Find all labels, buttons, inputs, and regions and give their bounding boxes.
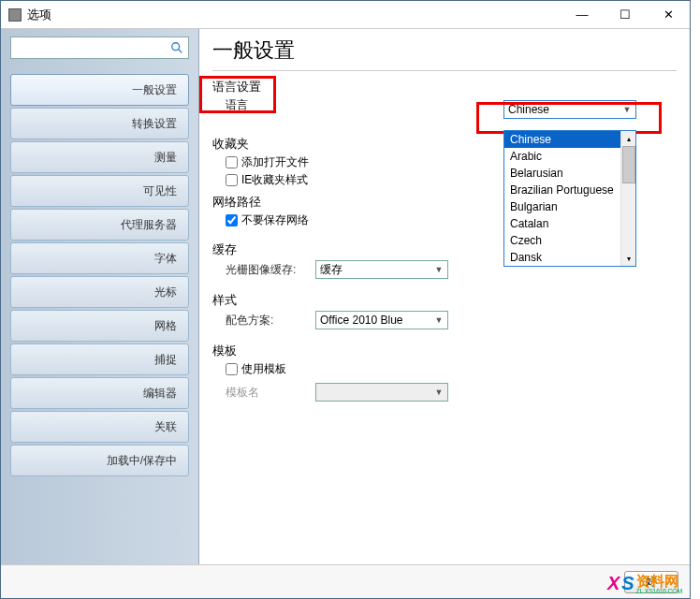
body: 一般设置 转换设置 测量 可见性 代理服务器 字体 光标 网格 捕捉 编辑器 关… bbox=[1, 29, 690, 564]
section-template-legend: 模板 bbox=[212, 343, 677, 359]
nav-snap[interactable]: 捕捉 bbox=[10, 343, 189, 375]
ok-button[interactable]: 好 bbox=[624, 571, 678, 593]
app-icon bbox=[8, 8, 22, 22]
nav-label: 转换设置 bbox=[132, 116, 177, 132]
scroll-up-icon[interactable]: ▴ bbox=[621, 131, 635, 146]
nav-measure[interactable]: 测量 bbox=[10, 141, 189, 173]
chevron-down-icon: ▼ bbox=[434, 265, 444, 274]
template-name-label: 模板名 bbox=[212, 385, 306, 401]
nav-loadsave[interactable]: 加载中/保存中 bbox=[10, 445, 189, 476]
nav-label: 代理服务器 bbox=[121, 217, 177, 233]
search-box[interactable] bbox=[10, 37, 189, 59]
nav-label: 网格 bbox=[154, 318, 177, 334]
chk-no-save-network-label: 不要保存网络 bbox=[241, 212, 309, 228]
style-label: 配色方案: bbox=[212, 313, 306, 329]
dropdown-option-brazilian-portuguese[interactable]: Brazilian Portuguese bbox=[504, 182, 635, 198]
nav-grid[interactable]: 网格 bbox=[10, 310, 189, 342]
chk-use-template-label: 使用模板 bbox=[241, 361, 286, 377]
nav-label: 加载中/保存中 bbox=[107, 453, 177, 469]
window-controls: — ☐ ✕ bbox=[561, 1, 690, 29]
nav-cursor[interactable]: 光标 bbox=[10, 276, 189, 308]
nav-convert[interactable]: 转换设置 bbox=[10, 108, 189, 139]
chk-add-open-file[interactable] bbox=[226, 156, 238, 168]
dropdown-option-dansk[interactable]: Dansk bbox=[504, 249, 635, 266]
svg-point-0 bbox=[172, 43, 180, 51]
titlebar: 选项 — ☐ ✕ bbox=[1, 1, 690, 29]
nav-label: 一般设置 bbox=[132, 82, 177, 98]
nav-visibility[interactable]: 可见性 bbox=[10, 175, 189, 207]
cache-label: 光栅图像缓存: bbox=[212, 262, 306, 278]
scroll-down-icon[interactable]: ▾ bbox=[621, 251, 635, 266]
minimize-button[interactable]: — bbox=[561, 1, 604, 29]
style-combo-value: Office 2010 Blue bbox=[320, 314, 434, 327]
nav-label: 可见性 bbox=[143, 183, 177, 199]
nav-proxy[interactable]: 代理服务器 bbox=[10, 209, 189, 241]
section-style-legend: 样式 bbox=[212, 292, 677, 309]
dropdown-option-bulgarian[interactable]: Bulgarian bbox=[504, 198, 635, 215]
svg-line-1 bbox=[179, 50, 182, 53]
sidebar: 一般设置 转换设置 测量 可见性 代理服务器 字体 光标 网格 捕捉 编辑器 关… bbox=[1, 29, 199, 564]
nav-label: 捕捉 bbox=[154, 352, 177, 368]
close-button[interactable]: ✕ bbox=[647, 1, 690, 29]
style-combo[interactable]: Office 2010 Blue ▼ bbox=[315, 311, 448, 329]
cache-combo[interactable]: 缓存 ▼ bbox=[315, 260, 448, 279]
chevron-down-icon: ▼ bbox=[434, 315, 444, 325]
chevron-down-icon: ▼ bbox=[434, 387, 444, 397]
nav-label: 关联 bbox=[154, 419, 177, 435]
cache-combo-value: 缓存 bbox=[320, 262, 434, 278]
dropdown-option-arabic[interactable]: Arabic bbox=[504, 148, 635, 165]
nav-general[interactable]: 一般设置 bbox=[10, 74, 189, 106]
nav-label: 字体 bbox=[154, 251, 177, 267]
language-dropdown[interactable]: Chinese Arabic Belarusian Brazilian Port… bbox=[503, 130, 636, 267]
language-combo-value: Chinese bbox=[508, 103, 622, 116]
options-window: 选项 — ☐ ✕ 一般设置 转换设置 测量 可见性 代理服务器 字体 光标 网格… bbox=[0, 0, 691, 599]
template-combo: ▼ bbox=[315, 383, 448, 402]
nav-label: 编辑器 bbox=[143, 386, 177, 402]
chk-no-save-network[interactable] bbox=[226, 214, 238, 226]
page-title: 一般设置 bbox=[212, 37, 677, 71]
ok-button-label: 好 bbox=[646, 575, 657, 588]
chk-use-template[interactable] bbox=[226, 363, 238, 375]
section-language-legend: 语言设置 bbox=[212, 79, 677, 95]
chk-ie-favorites-label: IE收藏夹样式 bbox=[241, 172, 308, 188]
dropdown-option-catalan[interactable]: Catalan bbox=[504, 215, 635, 232]
nav-editor[interactable]: 编辑器 bbox=[10, 377, 189, 409]
nav-label: 测量 bbox=[154, 150, 177, 166]
dropdown-option-chinese[interactable]: Chinese bbox=[504, 131, 635, 148]
dropdown-scrollbar[interactable]: ▴ ▾ bbox=[620, 131, 635, 266]
nav-font[interactable]: 字体 bbox=[10, 242, 189, 274]
maximize-button[interactable]: ☐ bbox=[604, 1, 647, 29]
chk-add-open-file-label: 添加打开文件 bbox=[241, 154, 309, 170]
nav-label: 光标 bbox=[154, 285, 177, 300]
chevron-down-icon: ▼ bbox=[622, 105, 632, 114]
scroll-thumb[interactable] bbox=[622, 146, 635, 183]
window-title: 选项 bbox=[27, 7, 561, 23]
dropdown-option-czech[interactable]: Czech bbox=[504, 232, 635, 249]
search-icon[interactable] bbox=[169, 40, 184, 55]
search-input[interactable] bbox=[15, 41, 169, 54]
language-label: 语言 bbox=[212, 97, 248, 113]
language-combo[interactable]: Chinese ▼ bbox=[503, 100, 636, 119]
dropdown-option-belarusian[interactable]: Belarusian bbox=[504, 165, 635, 182]
footer: 好 bbox=[1, 564, 690, 598]
chk-ie-favorites[interactable] bbox=[226, 174, 238, 186]
main-panel: 一般设置 语言设置 语言 Chinese ▼ 收藏夹 添加打开文件 bbox=[199, 29, 690, 564]
nav-assoc[interactable]: 关联 bbox=[10, 411, 189, 443]
